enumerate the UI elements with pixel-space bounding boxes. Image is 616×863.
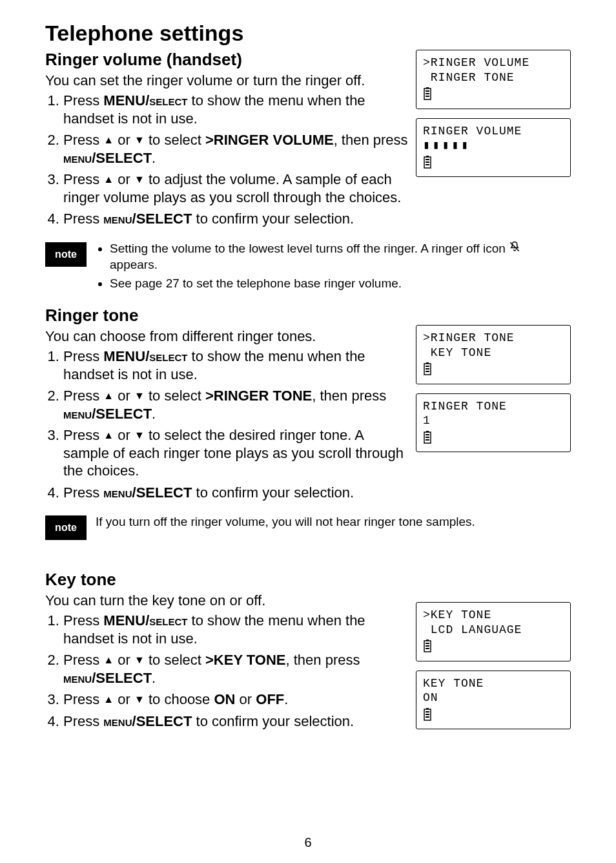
svg-rect-25 — [426, 648, 429, 649]
step: Press MENU/SELECT to confirm your select… — [63, 210, 408, 228]
lcd-line: ON — [423, 691, 564, 705]
lcd-line: >RINGER VOLUME — [423, 56, 564, 70]
note-badge: note — [45, 515, 87, 540]
battery-icon — [423, 156, 432, 169]
step: Press MENU/SELECT to show the menu when … — [63, 612, 408, 647]
lcd-line: LCD LANGUAGE — [423, 623, 564, 638]
up-arrow-icon: ▲ — [103, 429, 114, 442]
svg-rect-4 — [426, 96, 429, 97]
section-heading: Ringer volume (handset) — [45, 50, 408, 70]
lcd-screen: >KEY TONE LCD LANGUAGE — [416, 602, 571, 661]
svg-rect-15 — [426, 371, 429, 372]
note-content: If you turn off the ringer volume, you w… — [96, 514, 475, 530]
down-arrow-icon: ▼ — [134, 390, 145, 402]
svg-rect-24 — [426, 645, 429, 647]
step: Press ▲ or ▼ to adjust the volume. A sam… — [63, 171, 408, 206]
page-number: 6 — [0, 835, 616, 850]
lcd-line: KEY TONE — [423, 676, 564, 691]
battery-icon — [423, 87, 432, 100]
battery-icon — [423, 639, 432, 652]
svg-rect-2 — [426, 90, 429, 92]
up-arrow-icon: ▲ — [103, 134, 114, 147]
svg-rect-9 — [426, 164, 429, 165]
step: Press ▲ or ▼ to select the desired ringe… — [63, 426, 408, 480]
svg-rect-28 — [426, 711, 429, 712]
step-list: Press MENU/SELECT to show the menu when … — [45, 348, 408, 501]
lcd-screen: RINGER VOLUME ▮▮▮▮▮ — [416, 118, 571, 178]
svg-rect-30 — [426, 716, 429, 718]
svg-rect-8 — [426, 161, 429, 163]
step: Press ▲ or ▼ to choose ON or OFF. — [63, 691, 408, 709]
step: Press ▲ or ▼ to select >KEY TONE, then p… — [63, 651, 408, 687]
note-badge: note — [45, 242, 87, 267]
down-arrow-icon: ▼ — [134, 173, 145, 186]
note-item: See page 27 to set the telephone base ri… — [110, 276, 571, 292]
step: Press MENU/SELECT to show the menu when … — [63, 348, 408, 383]
lcd-line: RINGER TONE — [423, 399, 564, 414]
svg-rect-19 — [426, 437, 429, 438]
step: Press ▲ or ▼ to select >RINGER TONE, the… — [63, 387, 408, 422]
bell-off-icon — [509, 241, 520, 257]
down-arrow-icon: ▼ — [134, 429, 145, 442]
lcd-screen: >RINGER VOLUME RINGER TONE — [416, 50, 571, 109]
svg-rect-20 — [426, 439, 429, 441]
up-arrow-icon: ▲ — [103, 654, 114, 667]
up-arrow-icon: ▲ — [103, 173, 114, 186]
up-arrow-icon: ▲ — [103, 390, 114, 402]
battery-icon — [423, 431, 432, 444]
up-arrow-icon: ▲ — [103, 693, 114, 706]
down-arrow-icon: ▼ — [134, 693, 145, 706]
svg-rect-23 — [426, 643, 429, 644]
lcd-line: KEY TONE — [423, 346, 564, 360]
section-intro: You can set the ringer volume or turn th… — [45, 72, 408, 89]
section-intro: You can turn the key tone on or off. — [45, 592, 408, 609]
section-heading: Ringer tone — [45, 306, 408, 326]
step: Press MENU/SELECT to confirm your select… — [63, 484, 408, 502]
svg-rect-13 — [426, 366, 429, 367]
step-list: Press MENU/SELECT to show the menu when … — [45, 92, 408, 228]
step: Press MENU/SELECT to show the menu when … — [63, 92, 408, 127]
note-item: Setting the volume to the lowest level t… — [110, 241, 571, 273]
step-list: Press MENU/SELECT to show the menu when … — [45, 612, 408, 730]
svg-rect-14 — [426, 368, 429, 369]
lcd-line: 1 — [423, 413, 564, 428]
lcd-screen: >RINGER TONE KEY TONE — [416, 325, 571, 384]
section-intro: You can choose from different ringer ton… — [45, 328, 408, 345]
svg-rect-3 — [426, 93, 429, 94]
svg-rect-18 — [426, 434, 429, 435]
svg-rect-29 — [426, 714, 429, 715]
down-arrow-icon: ▼ — [134, 654, 145, 667]
battery-icon — [423, 362, 432, 375]
lcd-volume-bars: ▮▮▮▮▮ — [423, 138, 564, 153]
note-text: If you turn off the ringer volume, you w… — [96, 514, 475, 530]
svg-rect-7 — [426, 159, 429, 160]
step: Press MENU/SELECT to confirm your select… — [63, 712, 408, 731]
lcd-line: RINGER TONE — [423, 70, 564, 85]
section-heading: Key tone — [45, 570, 408, 590]
down-arrow-icon: ▼ — [134, 134, 145, 147]
lcd-line: >KEY TONE — [423, 608, 564, 623]
battery-icon — [423, 708, 432, 721]
lcd-line: RINGER VOLUME — [423, 124, 564, 139]
step: Press ▲ or ▼ to select >RINGER VOLUME, t… — [63, 131, 408, 167]
note-content: Setting the volume to the lowest level t… — [96, 241, 571, 295]
lcd-screen: RINGER TONE 1 — [416, 393, 571, 453]
lcd-line: >RINGER TONE — [423, 331, 564, 346]
lcd-screen: KEY TONE ON — [416, 671, 571, 730]
page-title: Telephone settings — [45, 21, 571, 46]
